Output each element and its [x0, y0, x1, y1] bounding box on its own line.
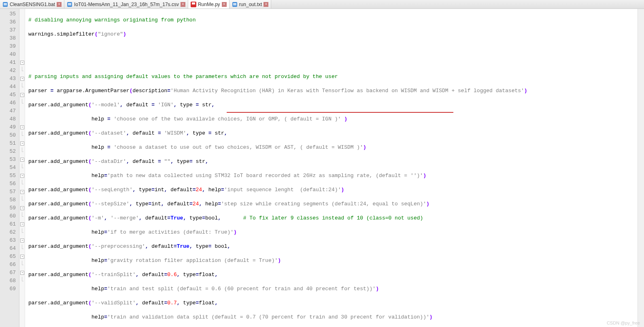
line-number: 41	[0, 59, 19, 67]
close-icon[interactable]: ×	[181, 2, 185, 7]
file-icon	[2, 2, 8, 7]
paren: (	[88, 187, 91, 193]
comment: # To fix later 9 classes instead of 10 (…	[243, 215, 423, 221]
fold-marker	[19, 261, 25, 269]
fold-marker[interactable]	[19, 220, 25, 228]
op: ,	[189, 243, 193, 249]
op: =	[208, 130, 212, 136]
op: ,	[202, 187, 205, 193]
code-text	[111, 116, 114, 122]
line-number: 61	[0, 220, 19, 228]
bool: True	[177, 243, 189, 249]
string: '--seqLength'	[91, 187, 132, 193]
code-content[interactable]: # disabling annoying warnings originatin…	[25, 9, 644, 327]
code-text: type	[136, 187, 151, 193]
op: =	[167, 215, 170, 221]
tab-run-out[interactable]: run_out.txt ×	[230, 0, 272, 8]
op: ,	[170, 158, 174, 165]
line-number: 37	[0, 26, 19, 34]
paren: )	[429, 314, 433, 320]
code-text: warnings.simplefilter	[28, 31, 95, 37]
code-text: type	[193, 243, 208, 249]
line-number: 44	[0, 83, 19, 91]
paren: )	[341, 187, 344, 193]
code-text: default	[130, 158, 158, 165]
line-number: 50	[0, 131, 19, 139]
editor[interactable]: 3536373839404142434445464748495051525354…	[0, 9, 644, 327]
scrollbar-track[interactable]	[638, 9, 644, 327]
paren: (	[95, 31, 98, 37]
op: =	[104, 257, 107, 264]
fold-marker	[19, 18, 25, 26]
paren: )	[234, 229, 237, 235]
paren: )	[376, 286, 379, 292]
fold-marker[interactable]	[19, 204, 25, 212]
fold-marker[interactable]	[19, 139, 25, 148]
line-number: 51	[0, 139, 19, 148]
line-number: 62	[0, 228, 19, 236]
tab-cleansensing[interactable]: CleanSENSING1.bat ×	[0, 0, 64, 8]
line-number: 48	[0, 115, 19, 123]
fold-marker[interactable]	[19, 91, 25, 99]
fold-marker[interactable]	[19, 236, 25, 245]
fold-marker[interactable]	[19, 188, 25, 196]
string: '--stepSize'	[91, 201, 130, 207]
code-text: parser.add_argument	[28, 215, 88, 221]
line-number: 55	[0, 172, 19, 180]
op: ,	[205, 158, 208, 165]
line-number: 64	[0, 245, 19, 253]
fold-marker[interactable]	[19, 59, 25, 67]
op: ,	[139, 215, 142, 221]
line-number: 38	[0, 34, 19, 42]
tab-label: IoT01-MemsAnn_11_Jan_23_16h_57m_17s.csv	[74, 2, 179, 7]
paren: (	[88, 158, 91, 165]
op: ,	[215, 300, 218, 306]
tab-iot-csv[interactable]: IoT01-MemsAnn_11_Jan_23_16h_57m_17s.csv …	[64, 0, 188, 8]
op: =	[104, 286, 107, 292]
op: ,	[227, 243, 231, 249]
op: ,	[161, 201, 164, 207]
tab-runme-py[interactable]: RunMe.py ×	[188, 0, 230, 8]
close-icon[interactable]: ×	[57, 2, 62, 7]
code-text: default	[139, 300, 164, 306]
fold-marker	[19, 42, 25, 51]
code-text: parser.add_argument	[28, 272, 88, 278]
file-icon	[232, 2, 238, 7]
code-text: parser	[28, 88, 51, 94]
number: 24	[196, 187, 202, 193]
number: 24	[193, 201, 199, 207]
fold-marker[interactable]	[19, 123, 25, 131]
code-text: bool	[205, 215, 218, 221]
string: '--validSplit'	[91, 300, 136, 306]
op: =	[167, 88, 170, 94]
code-text	[111, 144, 114, 150]
op: =	[158, 130, 161, 136]
string: 'input sequence lenght (default:24)'	[224, 187, 341, 193]
line-number: 46	[0, 99, 19, 107]
line-number: 67	[0, 269, 19, 277]
op: =	[193, 187, 196, 193]
close-icon[interactable]: ×	[264, 2, 268, 7]
fold-marker[interactable]	[19, 253, 25, 261]
fold-marker[interactable]	[19, 269, 25, 277]
code-text: default	[167, 187, 192, 193]
fold-marker[interactable]	[19, 156, 25, 164]
string: 'IGN'	[158, 102, 174, 108]
line-number: 45	[0, 91, 19, 99]
string: '--model'	[91, 102, 120, 108]
fold-marker	[19, 148, 25, 156]
number: 0.6	[167, 272, 176, 278]
fold-marker[interactable]	[19, 75, 25, 83]
op: =	[189, 201, 193, 207]
fold-marker[interactable]	[19, 172, 25, 180]
op: =	[104, 314, 107, 320]
code-text: default	[130, 130, 158, 136]
op: =	[151, 102, 155, 108]
op: =	[221, 187, 224, 193]
close-icon[interactable]: ×	[222, 2, 227, 7]
code-text: default	[123, 102, 151, 108]
code-text	[155, 102, 158, 108]
string: 'train and validation data split (defaul…	[107, 314, 429, 320]
code-text: parser.add_argument	[28, 201, 88, 207]
op: ,	[126, 130, 130, 136]
